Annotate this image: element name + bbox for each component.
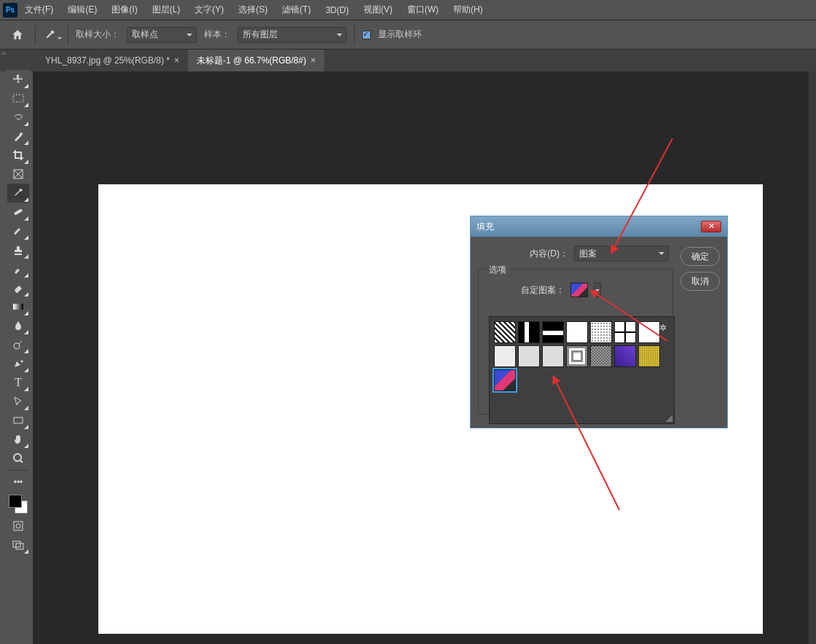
popup-resize-handle[interactable] [665,415,672,422]
menu-image[interactable]: 图像(I) [104,4,144,16]
pattern-dropdown-button[interactable] [594,283,601,297]
cancel-button[interactable]: 取消 [680,272,720,291]
healing-brush-tool[interactable] [7,203,29,221]
menu-select[interactable]: 选择(S) [231,4,275,16]
pattern-swatch[interactable] [494,321,516,343]
quick-mask-button[interactable] [7,517,29,535]
tab-label: 未标题-1 @ 66.7%(RGB/8#) [197,55,306,67]
ellipsis-icon: ••• [14,477,23,487]
screen-mode-button[interactable] [7,535,29,554]
eyedropper-icon [12,187,24,199]
pattern-thumbnail[interactable] [570,283,588,297]
pattern-swatch[interactable] [614,321,636,343]
frame-tool[interactable] [7,165,29,184]
arrow-cursor-icon [12,396,24,407]
magnifier-icon [12,452,24,464]
pattern-swatch[interactable] [590,345,612,367]
history-brush-icon [12,263,24,275]
menu-3d[interactable]: 3D(D) [318,5,356,15]
options-legend: 选项 [486,264,509,276]
magic-wand-tool[interactable] [7,127,29,146]
pattern-swatch[interactable] [518,345,540,367]
history-brush-tool[interactable] [7,259,29,278]
svg-point-4 [14,343,20,349]
options-bar: 取样大小： 取样点 样本： 所有图层 显示取样环 [0,20,816,50]
dialog-close-button[interactable]: ✕ [701,221,721,232]
svg-rect-3 [13,304,23,310]
bandage-icon [12,206,24,218]
tab-close-button[interactable]: × [310,55,315,66]
fill-dialog: 填充 ✕ 内容(D)： 图案 选项 自定图案： [470,216,728,428]
rectangle-tool[interactable] [7,411,29,430]
stamp-icon [12,244,24,256]
crop-tool[interactable] [7,146,29,165]
home-button[interactable] [7,25,28,45]
home-icon [11,28,24,42]
path-selection-tool[interactable] [7,392,29,411]
pattern-swatch[interactable] [638,345,660,367]
menu-layer[interactable]: 图层(L) [145,4,188,16]
ok-button[interactable]: 确定 [680,247,720,266]
content-dropdown[interactable]: 图案 [574,246,669,262]
svg-rect-9 [13,541,20,547]
pattern-swatch[interactable] [566,321,588,343]
lasso-icon [12,111,24,123]
pattern-swatch[interactable] [638,321,660,343]
type-tool[interactable]: T [7,373,29,392]
sample-layers-dropdown[interactable]: 所有图层 [238,27,347,43]
tab-document-0[interactable]: YHL_8937.jpg @ 25%(RGB/8) * × [36,50,188,71]
pattern-swatch-selected[interactable] [494,369,516,391]
crop-icon [12,149,24,161]
menu-type[interactable]: 文字(Y) [187,4,231,16]
screenmode-icon [12,539,24,551]
menu-filter[interactable]: 滤镜(T) [275,4,318,16]
eyedropper-tool-indicator[interactable] [43,26,60,44]
svg-point-8 [16,524,20,528]
show-sample-ring-label: 显示取样环 [378,28,422,41]
sample-size-dropdown[interactable]: 取样点 [127,27,197,43]
zoom-tool[interactable] [7,449,29,468]
pattern-swatch[interactable] [566,345,588,367]
move-icon [12,74,24,85]
options-fieldset: 选项 自定图案： [478,269,673,415]
brush-tool[interactable] [7,221,29,240]
color-swatches[interactable] [7,493,29,515]
droplet-icon [12,320,24,331]
menu-view[interactable]: 视图(V) [356,4,400,16]
pattern-swatch[interactable] [542,321,564,343]
tab-document-1[interactable]: 未标题-1 @ 66.7%(RGB/8#) × [188,50,324,71]
menu-help[interactable]: 帮助(H) [446,4,490,16]
lasso-tool[interactable] [7,108,29,127]
eraser-tool[interactable] [7,278,29,297]
tab-close-button[interactable]: × [174,55,179,66]
pattern-swatch[interactable] [518,321,540,343]
pattern-swatch[interactable] [542,345,564,367]
frame-icon [12,168,24,180]
content-value: 图案 [579,248,597,260]
pen-tool[interactable] [7,354,29,373]
gradient-tool[interactable] [7,297,29,316]
foreground-color-swatch[interactable] [9,495,22,508]
dialog-title: 填充 [476,221,494,233]
panel-grip-icon[interactable]: ›› [0,50,9,55]
move-tool[interactable] [7,70,29,89]
hand-tool[interactable] [7,430,29,449]
menu-edit[interactable]: 编辑(E) [60,4,104,16]
eyedropper-tool[interactable] [7,184,29,203]
pattern-menu-gear-icon[interactable]: ✲ [659,323,667,333]
pattern-swatch[interactable] [614,345,636,367]
pattern-swatch[interactable] [590,321,612,343]
menu-file[interactable]: 文件(F) [17,4,60,16]
right-scroll-gutter[interactable] [809,71,816,644]
dodge-tool[interactable] [7,335,29,354]
pattern-swatch[interactable] [494,345,516,367]
edit-toolbar-button[interactable]: ••• [7,473,29,492]
show-sample-ring-checkbox[interactable] [362,31,371,39]
blur-tool[interactable] [7,316,29,335]
pattern-picker-popup: ✲ [489,316,675,424]
clone-stamp-tool[interactable] [7,240,29,259]
marquee-tool[interactable] [7,89,29,108]
dialog-titlebar[interactable]: 填充 ✕ [471,216,727,237]
marquee-icon [12,93,24,104]
menu-window[interactable]: 窗口(W) [400,4,446,16]
